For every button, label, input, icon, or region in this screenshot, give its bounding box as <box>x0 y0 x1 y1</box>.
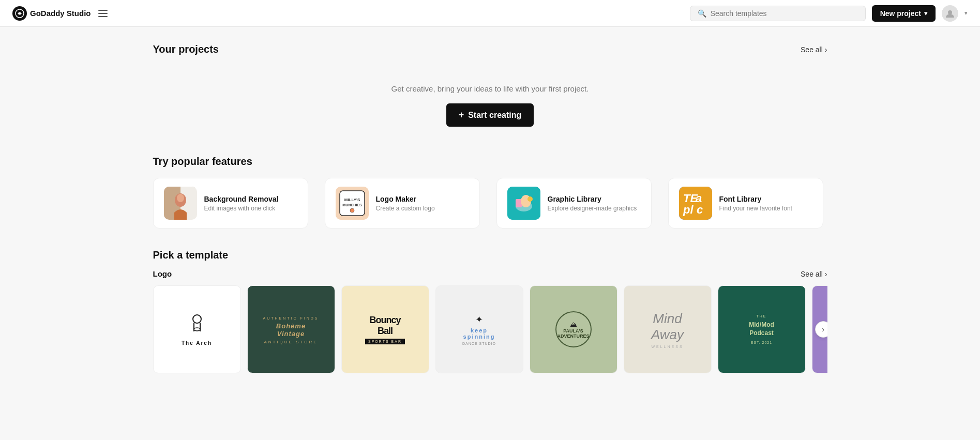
boheme-sub: ANTIQUE STORE <box>263 340 319 344</box>
spinning-sub: DANCE STUDIO <box>462 342 496 345</box>
svg-point-5 <box>177 194 184 202</box>
template-bouncy-ball[interactable]: BouncyBall SPORTS BAR <box>341 285 429 373</box>
svg-point-24 <box>194 328 200 331</box>
feature-font-library[interactable]: TE a pl c Font Library Find your new fav… <box>668 178 823 229</box>
arch-icon <box>182 313 212 337</box>
templates-row: The Arch AUTHENTIC FINDS BohèmeVintage A… <box>153 285 827 373</box>
empty-projects-area: Get creative, bring your ideas to life w… <box>153 68 827 151</box>
template-mind-away[interactable]: MindAway WELLNESS <box>624 285 712 373</box>
template-paula-inner: ⛰ PAULA'SADVENTURES <box>530 286 617 373</box>
font-library-info: Font Library Find your new favorite font <box>719 195 792 212</box>
paula-title: PAULA'SADVENTURES <box>557 328 589 339</box>
svg-text:MILLY'S: MILLY'S <box>344 198 360 202</box>
graphic-library-info: Graphic Library Explore designer-made gr… <box>548 195 637 212</box>
template-keep-spinning[interactable]: ✦ keepspinning DANCE STUDIO <box>435 285 523 373</box>
background-removal-info: Background Removal Edit images with one … <box>204 195 279 212</box>
chevron-right-icon: › <box>825 45 827 54</box>
menu-icon[interactable] <box>98 10 108 17</box>
template-spinning-inner: ✦ keepspinning DANCE STUDIO <box>436 286 523 373</box>
projects-section-header: Your projects See all › <box>153 43 827 55</box>
logo-icon <box>12 6 27 21</box>
svg-text:c: c <box>697 203 703 216</box>
new-project-label: New project <box>880 9 921 18</box>
features-title: Try popular features <box>153 156 827 168</box>
podcast-title: Mid/ModPodcast <box>749 321 774 337</box>
logo-maker-thumb: MILLY'S MUNCHIES <box>336 187 369 220</box>
chevron-down-icon: ▾ <box>924 10 927 17</box>
features-grid: Background Removal Edit images with one … <box>153 178 827 229</box>
template-boheme-vintage[interactable]: AUTHENTIC FINDS BohèmeVintage ANTIQUE ST… <box>247 285 335 373</box>
search-box[interactable]: 🔍 <box>690 6 866 21</box>
plus-icon: + <box>459 110 464 120</box>
template-the-arch-inner: The Arch <box>154 286 240 373</box>
templates-next-arrow[interactable]: › <box>815 321 827 338</box>
start-creating-button[interactable]: + Start creating <box>446 103 534 127</box>
logo-templates-header: Logo See all › <box>153 269 827 278</box>
background-removal-thumb <box>164 187 197 220</box>
templates-section: Pick a template Logo See all › <box>153 249 827 373</box>
template-mind-inner: MindAway WELLNESS <box>624 286 711 373</box>
font-library-thumb: TE a pl c <box>679 187 712 220</box>
template-paulas-adventures[interactable]: ⛰ PAULA'SADVENTURES <box>530 285 617 373</box>
templates-chevron-right-icon: › <box>825 270 827 278</box>
svg-text:pl: pl <box>683 203 693 216</box>
feature-background-removal[interactable]: Background Removal Edit images with one … <box>153 178 308 229</box>
feature-graphic-library[interactable]: Graphic Library Explore designer-made gr… <box>496 178 652 229</box>
template-boheme-inner: AUTHENTIC FINDS BohèmeVintage ANTIQUE ST… <box>248 286 335 373</box>
svg-point-10 <box>350 208 354 213</box>
mind-sub: WELLNESS <box>651 345 684 348</box>
paula-circle: ⛰ PAULA'SADVENTURES <box>555 311 592 347</box>
podcast-bottom: EST. 2021 <box>749 341 774 344</box>
projects-title: Your projects <box>153 43 219 55</box>
templates-see-all-link[interactable]: See all › <box>801 270 827 278</box>
logo-text: GoDaddy Studio <box>30 9 91 18</box>
mind-title: MindAway <box>651 311 684 343</box>
template-bouncy-inner: BouncyBall SPORTS BAR <box>342 286 429 373</box>
projects-see-all-label: See all <box>801 45 823 54</box>
avatar[interactable] <box>942 5 958 22</box>
header-right: 🔍 New project ▾ ▾ <box>690 5 968 22</box>
your-projects-section: Your projects See all › Get creative, br… <box>153 43 827 151</box>
header-left: GoDaddy Studio <box>12 6 108 21</box>
podcast-top: THE <box>749 314 774 318</box>
search-icon: 🔍 <box>698 9 706 18</box>
templates-see-all-label: See all <box>801 270 823 278</box>
font-library-name: Font Library <box>719 195 792 203</box>
popular-features-section: Try popular features Background Removal … <box>153 156 827 229</box>
header: GoDaddy Studio 🔍 New project ▾ ▾ <box>0 0 980 27</box>
template-arch-label: The Arch <box>182 340 212 346</box>
template-the-arch[interactable]: The Arch <box>153 285 241 373</box>
svg-point-21 <box>193 315 201 323</box>
svg-point-1 <box>948 10 952 14</box>
spinning-icon: ✦ <box>462 314 496 325</box>
boheme-title: BohèmeVintage <box>263 322 319 338</box>
new-project-button[interactable]: New project ▾ <box>872 5 936 22</box>
graphic-library-desc: Explore designer-made graphics <box>548 205 637 212</box>
spinning-title: keepspinning <box>462 327 496 340</box>
paula-mountain-icon: ⛰ <box>570 320 577 328</box>
boheme-top-text: AUTHENTIC FINDS <box>263 316 319 320</box>
svg-point-15 <box>527 196 533 202</box>
template-podcast-inner: THE Mid/ModPodcast EST. 2021 <box>718 286 805 373</box>
background-removal-name: Background Removal <box>204 195 279 203</box>
svg-text:MUNCHIES: MUNCHIES <box>342 203 362 207</box>
avatar-chevron-icon[interactable]: ▾ <box>964 10 968 17</box>
projects-see-all-link[interactable]: See all › <box>801 45 827 54</box>
main-content: Your projects See all › Get creative, br… <box>128 27 852 404</box>
font-library-desc: Find your new favorite font <box>719 205 792 212</box>
graphic-library-thumb <box>507 187 540 220</box>
search-input[interactable] <box>711 9 858 18</box>
empty-projects-message: Get creative, bring your ideas to life w… <box>391 84 589 93</box>
bouncy-sub: SPORTS BAR <box>365 339 405 344</box>
background-removal-desc: Edit images with one click <box>204 205 279 212</box>
template-mid-mod-podcast[interactable]: THE Mid/ModPodcast EST. 2021 <box>718 285 806 373</box>
feature-logo-maker[interactable]: MILLY'S MUNCHIES Logo Maker Create a cus… <box>325 178 480 229</box>
logo-maker-desc: Create a custom logo <box>376 205 435 212</box>
bouncy-title: BouncyBall <box>365 315 405 337</box>
logo-area[interactable]: GoDaddy Studio <box>12 6 91 21</box>
logo-maker-info: Logo Maker Create a custom logo <box>376 195 435 212</box>
start-creating-label: Start creating <box>468 111 521 120</box>
templates-title: Pick a template <box>153 249 827 261</box>
logo-category-label: Logo <box>153 269 172 278</box>
graphic-library-name: Graphic Library <box>548 195 637 203</box>
